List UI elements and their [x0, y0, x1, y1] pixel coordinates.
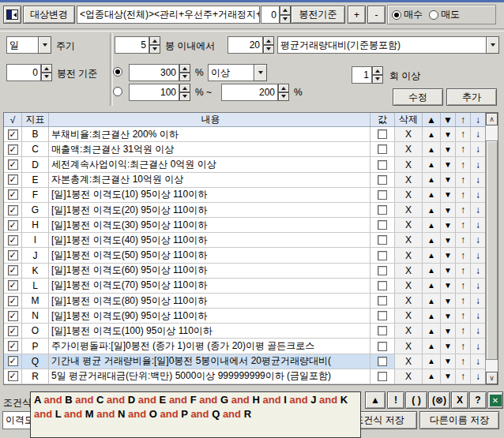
row-move-down-button[interactable]: ▼ [441, 218, 456, 233]
row-content[interactable]: 주가이평돌파:[일]0봉전 (종가 1)이평 (종가 20)이평 골든크로스 [49, 339, 370, 354]
not-operator-button[interactable]: ! [387, 391, 404, 409]
table-row[interactable]: ✓ L [일]1봉전 이격도(70) 95이상 110이하 X ▲ ▼ ↑ ↓ [4, 279, 485, 294]
row-value-checkbox[interactable] [378, 372, 387, 381]
row-delete-button[interactable]: X [395, 309, 423, 324]
row-value-cell[interactable] [370, 157, 395, 172]
row-value-cell[interactable] [370, 339, 395, 354]
row-shift-up-button[interactable]: ↑ [456, 218, 471, 233]
row-content[interactable]: 부채비율:최근결산 200% 이하 [49, 127, 370, 142]
row-move-up-button[interactable]: ▲ [423, 324, 441, 339]
row-value-cell[interactable] [370, 142, 395, 157]
row-value-checkbox[interactable] [378, 357, 387, 366]
range-high-value[interactable]: 200 [221, 84, 278, 101]
help-button[interactable]: ? [469, 391, 487, 409]
table-row[interactable]: ✓ M [일]1봉전 이격도(80) 95이상 110이하 X ▲ ▼ ↑ ↓ [4, 294, 485, 309]
row-content[interactable]: 기간내 평균 거래량비율:[일]0봉전 5봉이내에서 20평균거래량대비( [49, 354, 370, 369]
row-checkbox[interactable]: ✓ [8, 250, 18, 260]
combo-dropdown-button[interactable] [486, 36, 499, 54]
row-check-cell[interactable]: ✓ [4, 173, 22, 188]
spin-up-button[interactable] [41, 64, 52, 73]
row-move-up-button[interactable]: ▲ [423, 157, 441, 172]
row-shift-up-button[interactable]: ↑ [456, 127, 471, 142]
row-shift-up-button[interactable]: ↑ [456, 264, 471, 279]
row-move-down-button[interactable]: ▼ [441, 369, 456, 384]
table-scrollbar[interactable]: ∧ ∨ [485, 113, 498, 384]
row-shift-down-button[interactable]: ↓ [471, 279, 485, 294]
row-delete-button[interactable]: X [395, 369, 423, 384]
row-value-checkbox[interactable] [378, 160, 387, 170]
row-shift-down-button[interactable]: ↓ [471, 127, 485, 142]
row-checkbox[interactable]: ✓ [8, 326, 18, 336]
row-content[interactable]: [일]1봉전 이격도(100) 95이상 110이하 [49, 324, 370, 339]
row-content[interactable]: 매출액:최근결산 31억원 이상 [49, 142, 370, 157]
cycle-value[interactable]: 일 [6, 36, 38, 54]
spin-down-button[interactable] [280, 15, 291, 24]
row-shift-down-button[interactable]: ↓ [471, 248, 485, 263]
row-value-checkbox[interactable] [378, 190, 387, 200]
row-move-down-button[interactable]: ▼ [441, 339, 456, 354]
row-value-cell[interactable] [370, 324, 395, 339]
table-row[interactable]: ✓ N [일]1봉전 이격도(90) 95이상 110이하 X ▲ ▼ ↑ ↓ [4, 309, 485, 324]
table-row[interactable]: ✓ C 매출액:최근결산 31억원 이상 X ▲ ▼ ↑ ↓ [4, 142, 485, 157]
row-content[interactable]: 5일 평균거래대금(단위:백만) 5000이상 999999999이하 (금일포… [49, 369, 370, 384]
row-value-cell[interactable] [370, 203, 395, 218]
row-delete-button[interactable]: X [395, 339, 423, 354]
combo-dropdown-button[interactable] [38, 36, 51, 54]
row-shift-down-button[interactable]: ↓ [471, 157, 485, 172]
table-row[interactable]: ✓ R 5일 평균거래대금(단위:백만) 5000이상 999999999이하 … [4, 369, 485, 384]
range-low-value[interactable]: 100 [129, 84, 179, 101]
row-move-down-button[interactable]: ▼ [441, 309, 456, 324]
row-check-cell[interactable]: ✓ [4, 218, 22, 233]
row-check-cell[interactable]: ✓ [4, 203, 22, 218]
toolbar-bars-spinner[interactable]: 0 [261, 6, 291, 24]
table-row[interactable]: ✓ H [일]1봉전 이격도(30) 95이상 110이하 X ▲ ▼ ↑ ↓ [4, 218, 485, 233]
table-row[interactable]: ✓ B 부채비율:최근결산 200% 이하 X ▲ ▼ ↑ ↓ [4, 127, 485, 142]
row-content[interactable]: 세전계속사업이익:최근결산 0억원 이상 [49, 157, 370, 172]
formula-expression-box[interactable]: A and B and C and D and E and F and G an… [30, 391, 361, 438]
row-value-checkbox[interactable] [378, 311, 387, 320]
plus-button[interactable]: + [348, 6, 366, 24]
table-row[interactable]: ✓ G [일]1봉전 이격도(20) 95이상 110이하 X ▲ ▼ ↑ ↓ [4, 203, 485, 218]
table-row[interactable]: ✓ E 자본총계:최근결산 10억원 이상 X ▲ ▼ ↑ ↓ [4, 173, 485, 188]
row-checkbox[interactable]: ✓ [8, 265, 18, 275]
row-value-cell[interactable] [370, 218, 395, 233]
row-content[interactable]: [일]1봉전 이격도(30) 95이상 110이하 [49, 218, 370, 233]
row-move-up-button[interactable]: ▲ [423, 248, 441, 263]
row-shift-down-button[interactable]: ↓ [471, 173, 485, 188]
row-content[interactable]: [일]1봉전 이격도(10) 95이상 110이하 [49, 188, 370, 203]
row-checkbox[interactable]: ✓ [8, 189, 18, 200]
row-content[interactable]: [일]1봉전 이격도(70) 95이상 110이하 [49, 279, 370, 294]
row-move-down-button[interactable]: ▼ [441, 127, 456, 142]
row-move-down-button[interactable]: ▼ [441, 142, 456, 157]
row-move-down-button[interactable]: ▼ [441, 354, 456, 369]
combo-dropdown-button[interactable] [254, 64, 267, 81]
table-row[interactable]: ✓ I [일]1봉전 이격도(40) 95이상 110이하 X ▲ ▼ ↑ ↓ [4, 233, 485, 248]
row-checkbox[interactable]: ✓ [8, 356, 18, 366]
link-toggle-button[interactable] [3, 6, 21, 24]
table-row[interactable]: ✓ D 세전계속사업이익:최근결산 0억원 이상 X ▲ ▼ ↑ ↓ [4, 157, 485, 172]
row-shift-down-button[interactable]: ↓ [471, 354, 485, 369]
table-row[interactable]: ✓ K [일]1봉전 이격도(60) 95이상 110이하 X ▲ ▼ ↑ ↓ [4, 264, 485, 279]
add-button[interactable]: 추가 [446, 88, 497, 106]
scrollbar-down-button[interactable]: ∨ [486, 372, 498, 384]
range-high-spinner[interactable]: 200 [221, 84, 289, 101]
row-delete-button[interactable]: X [395, 157, 423, 172]
row-shift-up-button[interactable]: ↑ [456, 157, 471, 172]
spin-up-button[interactable] [149, 36, 160, 45]
row-value-checkbox[interactable] [378, 220, 387, 230]
spin-up-button[interactable] [372, 66, 383, 75]
row-checkbox[interactable]: ✓ [8, 311, 18, 321]
row-shift-up-button[interactable]: ↑ [456, 369, 471, 384]
row-checkbox[interactable]: ✓ [8, 280, 18, 290]
row-move-up-button[interactable]: ▲ [423, 279, 441, 294]
row-value-checkbox[interactable] [378, 342, 387, 351]
row-move-down-button[interactable]: ▼ [441, 157, 456, 172]
row-delete-button[interactable]: X [395, 324, 423, 339]
range-threshold-radio[interactable] [113, 87, 122, 96]
occurrence-spinner[interactable]: 1 [352, 66, 383, 84]
row-move-up-button[interactable]: ▲ [423, 173, 441, 188]
row-value-checkbox[interactable] [378, 235, 387, 245]
row-delete-button[interactable]: X [395, 173, 423, 188]
row-content[interactable]: 자본총계:최근결산 10억원 이상 [49, 173, 370, 188]
row-value-checkbox[interactable] [378, 326, 387, 335]
